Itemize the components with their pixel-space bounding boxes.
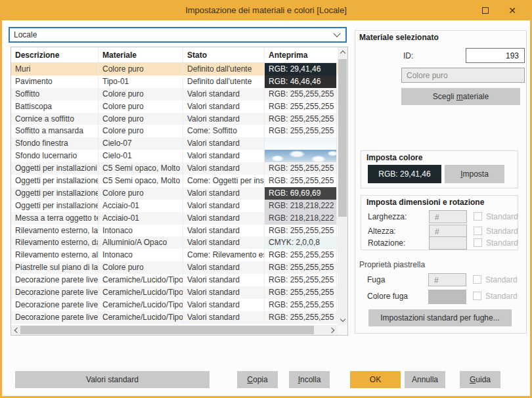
horizontal-scrollbar[interactable] (11, 325, 338, 335)
table-row[interactable]: Decorazione parete livellCeramiche/Lucid… (11, 311, 338, 324)
vertical-scrollbar-thumb[interactable] (338, 59, 347, 217)
preview-swatch: RGB: 29,41,46 (265, 63, 336, 76)
cell-stato: Valori standard (183, 225, 265, 237)
ok-button[interactable]: OK (350, 371, 401, 388)
table-row[interactable]: Rilevamento esterno, alteIntonacoCome: R… (11, 249, 338, 261)
cell-anteprima: RGB: 29,41,46 (265, 63, 337, 76)
cell-materiale: Cielo-07 (99, 137, 183, 150)
cell-anteprima: RGB: 255,255,255 (265, 113, 337, 125)
table-row[interactable]: Messa a terra oggetto tecAcciaio-01Valor… (11, 212, 338, 225)
table-row[interactable]: MuriColore puroDefinito dall'utenteRGB: … (11, 63, 338, 76)
current-color-swatch: RGB: 29,41,46 (368, 165, 441, 183)
height-label: Altezza: (368, 227, 396, 236)
preview-text: RGB: 255,255,255 (265, 274, 336, 286)
table-rows: MuriColore puroDefinito dall'utenteRGB: … (11, 63, 338, 325)
width-standard-label: Standard (486, 212, 518, 221)
width-label: Larghezza: (368, 212, 407, 221)
cancel-button[interactable]: Annulla (405, 371, 445, 388)
rotation-standard-checkbox (474, 238, 482, 247)
choose-material-button[interactable]: Scegli materiale (401, 88, 520, 105)
grout-color-standard-label: Standard (485, 292, 518, 301)
scroll-right-button[interactable] (328, 325, 338, 335)
table-row[interactable]: Oggetti per installazione,C5 Semi opaco,… (11, 175, 338, 187)
preview-swatch: RGB: 69,69,69 (265, 187, 336, 200)
table-row[interactable]: Sfondo finestraCielo-07Valori standard (11, 137, 338, 150)
table-row[interactable]: Cornice a soffittoColore puroValori stan… (11, 113, 338, 125)
column-header-anteprima[interactable]: Anteprima (265, 47, 337, 62)
table-row[interactable]: Soffitto a mansardaColore puroCome: Soff… (11, 125, 338, 137)
preview-text: RGB: 255,255,255 (265, 311, 336, 324)
scroll-down-button[interactable] (338, 315, 347, 325)
cell-descrizione: Cornice a soffitto (11, 113, 99, 125)
chevron-right-icon (329, 327, 334, 332)
cell-materiale: Acciaio-01 (99, 212, 183, 225)
material-id-field[interactable]: 193 (466, 48, 525, 63)
selected-material-panel: Materiale selezionato ID: 193 Colore pur… (355, 30, 527, 334)
cell-descrizione: Oggetti per installazione, (11, 175, 99, 187)
table-row[interactable]: Sfondo lucernarioCielo-01Valori standard (11, 150, 338, 162)
grout-color-row: Colore fuga Standard (361, 290, 522, 304)
cell-stato: Valori standard (183, 150, 265, 162)
preview-text: RGB: 255,255,255 (265, 261, 336, 274)
chevron-down-icon (340, 317, 345, 322)
dimensions-rotation-group: Imposta dimensioni e rotazione Larghezza… (361, 195, 518, 250)
cell-stato: Valori standard (183, 236, 265, 249)
table-row[interactable]: SoffittoColore puroValori standardRGB: 2… (11, 88, 338, 100)
cell-stato: Valori standard (183, 212, 265, 225)
column-header-stato[interactable]: Stato (183, 47, 265, 62)
cell-stato: Valori standard (183, 137, 265, 150)
panel-title: Materiale selezionato (359, 33, 439, 42)
close-button[interactable]: ✕ (507, 5, 518, 16)
maximize-icon (482, 7, 489, 14)
rotation-row: Rotazione: Standard (361, 236, 518, 250)
table-row[interactable]: Decorazione parete livellCeramiche/Lucid… (11, 299, 338, 311)
table-row[interactable]: Oggetti per installazione,Colore puroVal… (11, 187, 338, 200)
close-icon: ✕ (508, 5, 516, 16)
set-color-button[interactable]: Imposta (445, 165, 504, 183)
cell-stato: Valori standard (183, 274, 265, 286)
table-row[interactable]: Rilevamento esterno, latiIntonacoValori … (11, 225, 338, 237)
cell-descrizione: Soffitto a mansarda (11, 125, 99, 137)
column-header-descrizione[interactable]: Descrizione (11, 47, 99, 62)
cell-descrizione: Rilevamento esterno, alte (11, 249, 99, 261)
paste-button[interactable]: Incolla (289, 371, 330, 388)
cell-stato: Valori standard (183, 311, 265, 324)
column-header-materiale[interactable]: Materiale (99, 47, 183, 62)
table-row[interactable]: Oggetti per installazione,Acciaio-01Valo… (11, 200, 338, 212)
cell-descrizione: Decorazione parete livell (11, 274, 99, 286)
cell-stato: Definito dall'utente (183, 76, 265, 88)
cell-anteprima: RGB: 255,255,255 (265, 299, 337, 311)
help-button[interactable]: Guida (460, 371, 500, 388)
table-row[interactable]: Rilevamento esterno, davAlluminio/A Opac… (11, 236, 338, 249)
table-row[interactable]: Decorazione parete livellCeramiche/Lucid… (11, 286, 338, 299)
height-standard-checkbox (474, 227, 482, 235)
scope-select[interactable]: Locale (9, 27, 347, 43)
rotation-field (429, 236, 467, 250)
cell-anteprima (265, 137, 337, 150)
cell-descrizione: Rilevamento esterno, lati (11, 225, 99, 237)
table-row[interactable]: BattiscopaColore puroValori standardRGB:… (11, 100, 338, 113)
grout-row: Fuga # Standard (361, 273, 522, 286)
cell-descrizione: Oggetti per installazione, (11, 200, 99, 212)
table-row[interactable]: Piastrelle sul piano di lavColore puroVa… (11, 261, 338, 274)
maximize-button[interactable] (480, 5, 491, 16)
cell-anteprima: RGB: 255,255,255 (265, 162, 337, 175)
horizontal-scrollbar-thumb[interactable] (20, 326, 314, 334)
scroll-left-button[interactable] (11, 325, 21, 335)
cell-materiale: C5 Semi opaco, Molto lev (99, 175, 183, 187)
copy-button[interactable]: Copia (237, 371, 278, 388)
cell-anteprima: RGB: 255,255,255 (265, 88, 337, 100)
scroll-up-button[interactable] (338, 47, 347, 57)
table-row[interactable]: Oggetti per installazioniC5 Semi opaco, … (11, 162, 338, 175)
grout-standard-settings-button[interactable]: Impostazioni standard per fughe... (368, 309, 512, 326)
table-row[interactable]: Decorazione parete livellCeramiche/Lucid… (11, 274, 338, 286)
height-row: Altezza: # Standard (361, 225, 518, 238)
cell-descrizione: Oggetti per installazione, (11, 187, 99, 200)
vertical-scrollbar[interactable] (338, 47, 347, 325)
cell-stato: Valori standard (183, 286, 265, 299)
scrollbar-corner (338, 325, 347, 335)
preview-text: RGB: 255,255,255 (265, 88, 336, 100)
table-row[interactable]: PavimentoTipo-01Definito dall'utenteRGB:… (11, 76, 338, 88)
standard-values-button[interactable]: Valori standard (15, 371, 210, 388)
cell-anteprima: CMYK: 2,0,0,8 (265, 236, 337, 249)
